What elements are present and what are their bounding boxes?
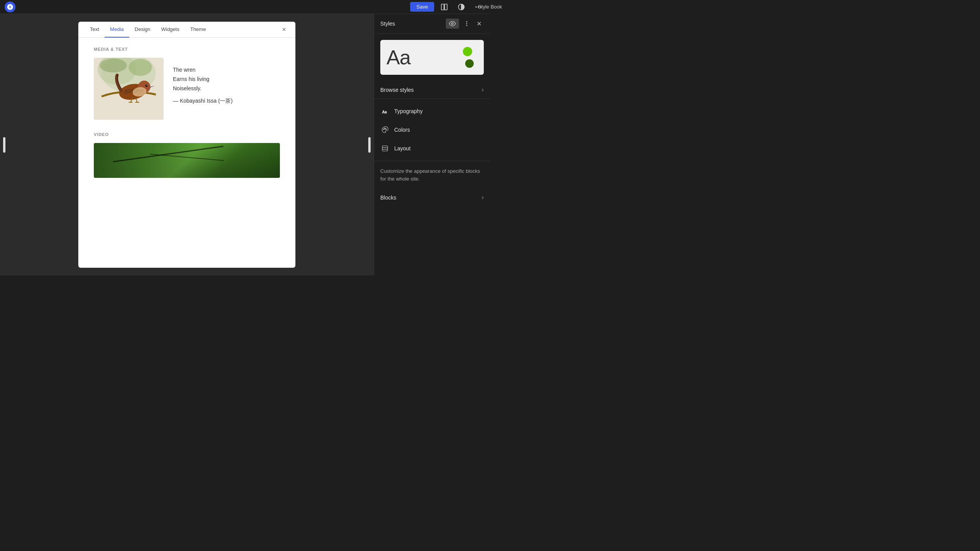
blocks-row[interactable]: Blocks ›: [374, 189, 490, 206]
svg-rect-0: [442, 4, 444, 10]
tab-theme[interactable]: Theme: [185, 22, 211, 38]
sidebar-header: Styles: [374, 14, 490, 34]
media-text-label: MEDIA & TEXT: [94, 47, 280, 52]
browse-styles-label: Browse styles: [380, 87, 414, 93]
svg-point-9: [129, 59, 152, 76]
tab-media[interactable]: Media: [105, 22, 129, 38]
tab-design[interactable]: Design: [129, 22, 155, 38]
main-layout: Text Media Design Widgets Theme × MEDIA …: [0, 14, 490, 276]
top-bar-right: Save: [410, 2, 485, 12]
chevron-right-icon: ›: [481, 86, 484, 94]
scroll-handle-left: [3, 137, 5, 153]
browse-styles-row[interactable]: Browse styles ›: [374, 81, 490, 99]
scroll-handle-right: [368, 137, 371, 153]
close-sidebar-button[interactable]: [474, 19, 484, 28]
colors-label: Colors: [394, 127, 410, 133]
style-options: Aa Typography Colors: [374, 99, 490, 161]
svg-point-25: [383, 129, 384, 129]
svg-point-26: [385, 128, 385, 129]
svg-rect-28: [382, 146, 388, 151]
sidebar-description: Customize the appearance of specific blo…: [374, 161, 490, 189]
video-placeholder: [94, 143, 280, 178]
svg-text:Aa: Aa: [382, 110, 387, 114]
preview-color-dot-2: [465, 59, 474, 68]
sidebar: Styles Aa: [374, 14, 490, 276]
top-bar-left: [5, 2, 16, 12]
poem-attribution: — Kobayashi Issa (一茶): [173, 98, 280, 105]
wordpress-logo[interactable]: [5, 2, 16, 12]
poem-text: The wren Earns his living Noiselessly. —…: [173, 58, 280, 105]
blocks-chevron-right-icon: ›: [481, 193, 484, 201]
sidebar-icons: [446, 19, 484, 29]
svg-point-21: [466, 25, 468, 26]
top-bar: Style Book Save: [0, 0, 490, 14]
video-label: VIDEO: [94, 132, 280, 137]
style-preview: Aa: [380, 40, 484, 75]
layout-option[interactable]: Layout: [374, 139, 490, 158]
content-area: Text Media Design Widgets Theme × MEDIA …: [0, 14, 374, 276]
svg-rect-1: [445, 4, 447, 10]
sidebar-title: Styles: [380, 21, 446, 27]
colors-icon: [380, 125, 390, 134]
tabs-bar: Text Media Design Widgets Theme ×: [78, 22, 295, 38]
poem-line-2: Earns his living: [173, 75, 280, 84]
media-text-section: MEDIA & TEXT: [94, 47, 280, 120]
preview-button[interactable]: [446, 19, 459, 29]
layout-icon: [380, 144, 390, 153]
colors-option[interactable]: Colors: [374, 121, 490, 139]
svg-point-20: [466, 23, 468, 24]
more-sidebar-options-button[interactable]: [462, 19, 471, 28]
svg-point-14: [147, 85, 147, 86]
save-button[interactable]: Save: [410, 2, 434, 12]
preview-typography: Aa: [386, 46, 411, 69]
svg-point-19: [466, 21, 468, 22]
layout-toggle-button[interactable]: [437, 2, 451, 12]
tab-widgets[interactable]: Widgets: [156, 22, 185, 38]
svg-point-18: [452, 23, 454, 25]
close-button[interactable]: ×: [279, 24, 289, 35]
svg-point-27: [386, 129, 386, 129]
preview-color-dot-1: [463, 47, 472, 56]
svg-point-10: [100, 59, 127, 72]
bird-illustration: [94, 58, 164, 120]
poem-line-3: Noiselessly.: [173, 84, 280, 93]
typography-label: Typography: [394, 108, 423, 114]
video-section: VIDEO: [94, 132, 280, 178]
style-book-content: MEDIA & TEXT: [78, 38, 295, 268]
contrast-toggle-button[interactable]: [454, 2, 468, 12]
poem-line-1: The wren: [173, 65, 280, 75]
typography-icon: Aa: [380, 107, 390, 116]
tab-text[interactable]: Text: [85, 22, 105, 38]
page-title: Style Book: [478, 4, 490, 10]
layout-label: Layout: [394, 145, 411, 152]
typography-option[interactable]: Aa Typography: [374, 102, 490, 121]
style-book-panel: Text Media Design Widgets Theme × MEDIA …: [78, 22, 295, 268]
svg-point-3: [476, 6, 477, 7]
blocks-label: Blocks: [380, 195, 396, 201]
media-text-block: The wren Earns his living Noiselessly. —…: [94, 58, 280, 120]
svg-point-13: [145, 84, 148, 87]
